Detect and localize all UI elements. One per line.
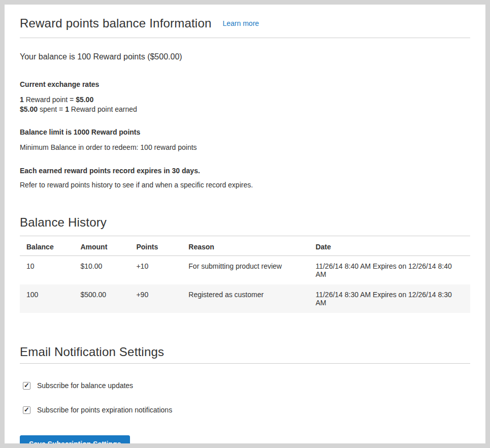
rate1-points: 1 xyxy=(20,95,24,104)
cell-points: +10 xyxy=(129,256,182,285)
column-header-balance: Balance xyxy=(20,236,74,256)
balance-history-heading: Balance History xyxy=(20,215,470,230)
cell-amount: $10.00 xyxy=(74,256,129,285)
rate2-points: 1 xyxy=(65,105,69,113)
cell-reason: For submitting product review xyxy=(182,256,309,285)
page-title: Reward points balance Information xyxy=(20,17,211,29)
table-row: 10 $10.00 +10 For submitting product rev… xyxy=(20,256,470,285)
save-subscription-button[interactable]: Save Subscription Settings xyxy=(20,435,130,443)
divider xyxy=(20,363,470,364)
cell-balance: 10 xyxy=(20,256,74,285)
rate1-text: Reward point = xyxy=(24,95,76,104)
expiration-notice: Each earned reward points record expires… xyxy=(20,167,470,175)
cell-points: +90 xyxy=(129,284,182,313)
table-row: 100 $500.00 +90 Registered as customer 1… xyxy=(20,284,470,313)
rate2-post: Reward point earned xyxy=(69,105,137,113)
divider xyxy=(20,38,470,38)
expiration-hint: Refer to reward points history to see if… xyxy=(20,181,470,189)
rate2-value: $5.00 xyxy=(20,105,38,113)
reward-points-panel: Reward points balance Information Learn … xyxy=(5,5,485,443)
expiration-notifications-row: Subscribe for points expiration notifica… xyxy=(23,406,470,414)
balance-updates-checkbox[interactable] xyxy=(23,382,30,390)
page-header: Reward points balance Information Learn … xyxy=(20,17,470,29)
cell-date: 11/26/14 8:40 AM Expires on 12/26/14 8:4… xyxy=(309,256,470,285)
cell-date: 11/26/14 8:30 AM Expires on 12/26/14 8:3… xyxy=(309,284,470,313)
rate1-value: $5.00 xyxy=(76,95,93,104)
rate2-text: spent = xyxy=(38,105,65,113)
balance-updates-label[interactable]: Subscribe for balance updates xyxy=(37,381,133,390)
column-header-date: Date xyxy=(309,236,470,256)
expiration-notifications-checkbox[interactable] xyxy=(23,406,30,414)
cell-amount: $500.00 xyxy=(74,284,129,313)
column-header-reason: Reason xyxy=(182,236,309,256)
learn-more-link[interactable]: Learn more xyxy=(222,19,259,27)
cell-reason: Registered as customer xyxy=(182,284,309,313)
minimum-balance-text: Minimum Balance in order to redeem: 100 … xyxy=(20,143,470,152)
balance-history-table: Balance Amount Points Reason Date 10 $10… xyxy=(20,236,470,313)
email-settings-heading: Email Notification Settings xyxy=(20,345,470,359)
balance-limit-text: Balance limit is 1000 Reward points xyxy=(20,128,470,137)
expiration-notifications-label[interactable]: Subscribe for points expiration notifica… xyxy=(37,406,172,414)
exchange-rates-lines: 1 Reward point = $5.00$5.00 spent = 1 Re… xyxy=(20,95,470,114)
column-header-amount: Amount xyxy=(74,236,129,256)
balance-updates-row: Subscribe for balance updates xyxy=(23,381,470,390)
balance-summary: Your balance is 100 Reward points ($500.… xyxy=(20,52,470,61)
cell-balance: 100 xyxy=(20,284,74,313)
column-header-points: Points xyxy=(129,236,182,256)
exchange-rates-heading: Current exchange rates xyxy=(20,80,470,89)
table-header-row: Balance Amount Points Reason Date xyxy=(20,236,470,256)
